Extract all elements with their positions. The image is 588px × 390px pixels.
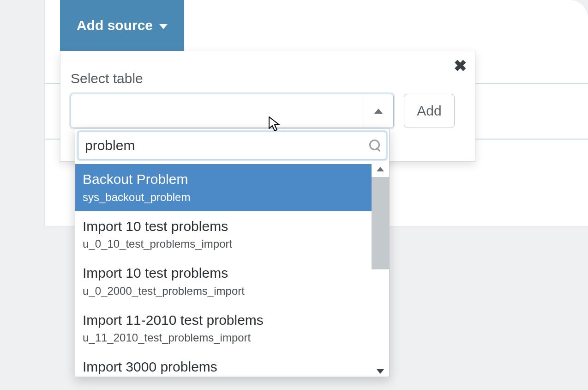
- table-select-toggle[interactable]: [363, 94, 393, 128]
- dropdown-item-sublabel: u_0_10_test_problems_import: [83, 238, 364, 250]
- add-source-button[interactable]: Add source: [60, 0, 184, 51]
- dropdown-item-label: Backout Problem: [83, 171, 364, 188]
- scroll-up-icon[interactable]: [377, 167, 384, 171]
- popover-title: Select table: [71, 71, 143, 86]
- dropdown-item-sublabel: u_0_2000_test_problems_import: [83, 285, 364, 298]
- add-button[interactable]: Add: [404, 94, 455, 128]
- scroll-thumb[interactable]: [372, 177, 389, 269]
- caret-down-icon: [159, 24, 168, 29]
- dropdown-body: Backout Problem sys_backout_problem Impo…: [75, 164, 389, 377]
- dropdown-search-input[interactable]: [85, 138, 365, 153]
- dropdown-list: Backout Problem sys_backout_problem Impo…: [75, 164, 372, 377]
- dropdown-item-backout-problem[interactable]: Backout Problem sys_backout_problem: [75, 164, 372, 211]
- table-dropdown: Backout Problem sys_backout_problem Impo…: [75, 128, 390, 377]
- dropdown-scrollbar[interactable]: [372, 164, 389, 377]
- dropdown-item[interactable]: Import 11-2010 test problems u_11_2010_t…: [75, 305, 372, 352]
- dropdown-item-label: Import 11-2010 test problems: [83, 311, 364, 329]
- dropdown-item[interactable]: Import 3000 problems: [75, 352, 372, 377]
- dropdown-item-label: Import 10 test problems: [83, 264, 364, 282]
- caret-up-icon: [374, 109, 383, 114]
- dropdown-item-label: Import 10 test problems: [83, 218, 364, 235]
- scroll-down-icon[interactable]: [377, 369, 384, 374]
- dropdown-search[interactable]: [78, 132, 386, 159]
- dropdown-item[interactable]: Import 10 test problems u_0_10_test_prob…: [75, 211, 372, 258]
- app-viewport: Add source ✖ Select table Add Backout Pr…: [0, 0, 588, 390]
- add-source-label: Add source: [77, 18, 153, 33]
- dropdown-item[interactable]: Import 10 test problems u_0_2000_test_pr…: [75, 258, 372, 305]
- dropdown-item-sublabel: sys_backout_problem: [83, 191, 364, 204]
- dropdown-item-label: Import 3000 problems: [83, 358, 364, 376]
- search-icon: [369, 140, 381, 152]
- close-icon[interactable]: ✖: [454, 58, 467, 73]
- dropdown-item-sublabel: u_11_2010_test_problems_import: [83, 331, 364, 344]
- table-select[interactable]: [71, 94, 394, 128]
- table-select-value[interactable]: [71, 94, 363, 128]
